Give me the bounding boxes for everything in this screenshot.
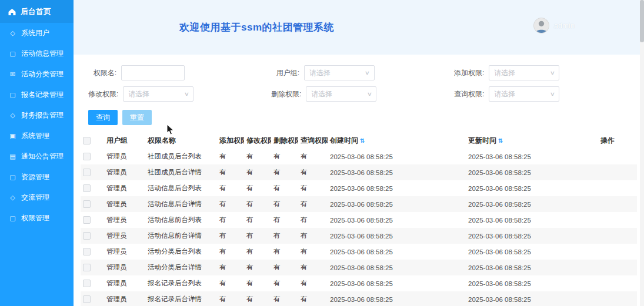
user-group-cell: 管理员 [104, 260, 145, 275]
action-cell [598, 291, 637, 306]
edit-icon: ▢ [9, 91, 16, 99]
delete-permission-cell: 有 [271, 275, 298, 291]
sidebar-item-9[interactable]: ▢权限管理 [0, 208, 74, 228]
created-time-cell: 2025-03-06 08:58:25 [328, 244, 466, 260]
sort-icon[interactable]: ⇅ [498, 137, 503, 144]
modify-permission-cell: 有 [244, 196, 271, 212]
modify-permission-select[interactable]: 请选择∨ [123, 86, 193, 102]
sidebar-menu: ◇系统用户▢活动信息管理✉活动分类管理▢报名记录管理◇财务报告管理▣系统管理▤通… [0, 23, 74, 228]
updated-time-cell: 2025-03-06 08:58:25 [466, 196, 598, 212]
updated-time-cell: 2025-03-06 08:58:25 [466, 180, 598, 196]
sidebar-item-3[interactable]: ▢报名记录管理 [0, 85, 74, 105]
row-checkbox[interactable] [83, 264, 91, 271]
filter-add-permission: 添加权限:请选择∨ [454, 65, 637, 80]
search-button[interactable]: 查询 [88, 110, 118, 125]
row-checkbox[interactable] [83, 169, 91, 176]
row-checkbox[interactable] [83, 200, 91, 208]
row-checkbox[interactable] [83, 280, 91, 287]
add-permission-label: 添加权限: [454, 68, 484, 78]
chevron-down-icon: ∨ [366, 91, 372, 97]
action-cell [598, 260, 637, 275]
scrollbar-track[interactable] [640, 0, 644, 306]
add-permission-cell: 有 [217, 149, 244, 164]
user-group-cell: 管理员 [104, 164, 145, 180]
sidebar-item-6[interactable]: ▤通知公告管理 [0, 146, 74, 167]
query-permission-cell: 有 [298, 180, 328, 196]
sidebar: 后台首页 ◇系统用户▢活动信息管理✉活动分类管理▢报名记录管理◇财务报告管理▣系… [0, 0, 74, 306]
sidebar-item-8[interactable]: ◇交流管理 [0, 187, 74, 208]
row-checkbox[interactable] [83, 184, 91, 192]
diamond-icon: ◇ [9, 194, 16, 201]
column-header: 删除权限 [271, 132, 298, 149]
sidebar-item-label: 权限管理 [21, 213, 49, 223]
query-permission-cell: 有 [298, 196, 328, 212]
chevron-down-icon: ∨ [183, 91, 189, 97]
delete-permission-select[interactable]: 请选择∨ [306, 86, 376, 102]
created-time-cell: 2025-03-06 08:58:25 [328, 149, 466, 164]
delete-permission-cell: 有 [271, 180, 298, 196]
user-group-cell: 管理员 [104, 291, 145, 306]
delete-permission-cell: 有 [271, 149, 298, 164]
page-title: 欢迎使用基于ssm的社团管理系统 [179, 21, 334, 34]
filter-row-2: 修改权限:请选择∨删除权限:请选择∨查询权限:请选择∨ [88, 86, 637, 102]
sort-icon[interactable]: ⇅ [360, 137, 365, 144]
query-permission-select[interactable]: 请选择∨ [489, 86, 559, 102]
app-window: 后台首页 ◇系统用户▢活动信息管理✉活动分类管理▢报名记录管理◇财务报告管理▣系… [0, 0, 644, 306]
permission-name-input[interactable] [121, 65, 185, 80]
permission-name-cell: 报名记录后台详情 [145, 291, 217, 306]
user-group-select[interactable]: 请选择∨ [304, 65, 375, 80]
row-checkbox[interactable] [83, 232, 91, 240]
username: admin [554, 21, 575, 30]
add-permission-select[interactable]: 请选择∨ [489, 65, 559, 80]
sidebar-item-4[interactable]: ◇财务报告管理 [0, 105, 74, 126]
table-row: 管理员社团成员后台列表有有有有2025-03-06 08:58:252025-0… [81, 149, 637, 164]
row-checkbox[interactable] [83, 295, 91, 303]
delete-permission-cell: 有 [271, 196, 298, 212]
sidebar-item-label: 报名记录管理 [21, 90, 64, 100]
content-area: 权限名:用户组:请选择∨添加权限:请选择∨ 修改权限:请选择∨删除权限:请选择∨… [74, 55, 644, 306]
scrollbar-thumb[interactable] [640, 0, 644, 42]
sidebar-item-0[interactable]: ◇系统用户 [0, 23, 74, 43]
modify-permission-cell: 有 [244, 164, 271, 180]
permission-name-cell: 活动信息后台列表 [145, 180, 217, 196]
permission-name-cell: 活动信息前台列表 [145, 212, 217, 228]
permission-name-cell: 活动分类后台列表 [145, 244, 217, 260]
sidebar-item-label: 财务报告管理 [21, 110, 64, 120]
user-menu[interactable]: admin [533, 18, 575, 33]
button-row: 查询 重置 [88, 110, 637, 125]
row-checkbox[interactable] [83, 153, 91, 160]
table-row: 管理员活动信息前台详情有有有有2025-03-06 08:58:252025-0… [81, 228, 637, 244]
sidebar-item-label: 资源管理 [21, 172, 49, 182]
created-time-cell: 2025-03-06 08:58:25 [328, 180, 466, 196]
created-time-cell: 2025-03-06 08:58:25 [328, 260, 466, 275]
user-group-label: 用户组: [271, 68, 299, 78]
updated-time-cell: 2025-03-06 08:58:25 [466, 228, 598, 244]
home-icon [8, 8, 16, 16]
checkbox-cell [81, 291, 104, 306]
user-group-cell: 管理员 [104, 275, 145, 291]
sidebar-item-1[interactable]: ▢活动信息管理 [0, 43, 74, 64]
select-value: 请选择 [128, 89, 149, 99]
query-permission-cell: 有 [298, 228, 328, 244]
sidebar-item-2[interactable]: ✉活动分类管理 [0, 64, 74, 85]
action-cell [598, 180, 637, 196]
filter-user-group: 用户组:请选择∨ [271, 65, 454, 80]
checkbox-column-header [81, 132, 104, 149]
sidebar-item-home[interactable]: 后台首页 [0, 0, 74, 23]
table-body: 管理员社团成员后台列表有有有有2025-03-06 08:58:252025-0… [81, 149, 637, 306]
select-all-checkbox[interactable] [83, 137, 91, 144]
row-checkbox[interactable] [83, 248, 91, 255]
checkbox-cell [81, 228, 104, 244]
user-group-cell: 管理员 [104, 228, 145, 244]
row-checkbox[interactable] [83, 216, 91, 224]
column-header: 查询权限 [298, 132, 328, 149]
sidebar-item-label: 交流管理 [21, 193, 49, 203]
chevron-down-icon: ∨ [365, 70, 370, 76]
delete-permission-cell: 有 [271, 291, 298, 306]
table-row: 管理员报名记录后台列表有有有有2025-03-06 08:58:252025-0… [81, 275, 637, 291]
sidebar-item-7[interactable]: ▢资源管理 [0, 167, 74, 187]
sidebar-item-5[interactable]: ▣系统管理 [0, 126, 74, 146]
reset-button[interactable]: 重置 [122, 110, 152, 125]
column-header: 更新时间⇅ [466, 132, 598, 149]
permission-name-cell: 社团成员后台列表 [145, 149, 217, 164]
